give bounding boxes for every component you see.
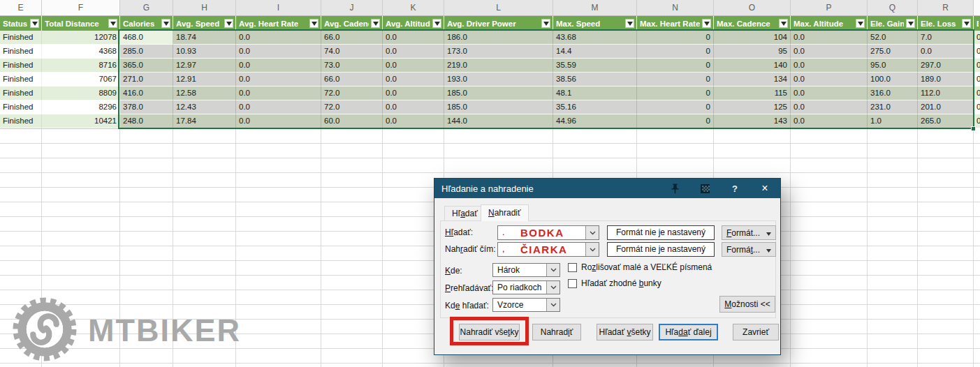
cell-P-row2[interactable]: 0.0 [791, 45, 868, 59]
cell-L-row4[interactable]: 193.0 [444, 73, 553, 87]
cell-G-row3[interactable]: 365.0 [120, 59, 173, 73]
column-header-K[interactable]: Avg. Altitude [383, 16, 444, 31]
cell-N-row1[interactable]: 0 [637, 31, 714, 45]
cell-S-row4[interactable]: 0 [974, 73, 980, 87]
column-letter-G[interactable]: G [120, 0, 173, 16]
cell-M-row7[interactable]: 44.96 [553, 114, 637, 128]
cell-I-row4[interactable]: 0.0 [236, 73, 321, 87]
pin-icon[interactable] [669, 183, 680, 194]
cell-F-row6[interactable]: 8296 [42, 100, 120, 114]
cell-M-row3[interactable]: 35.59 [553, 59, 637, 73]
cell-I-row3[interactable]: 0.0 [236, 59, 321, 73]
cell-K-row7[interactable]: 0.0 [383, 114, 444, 128]
find-what-combobox[interactable]: . BODKA [497, 225, 599, 240]
cell-J-row2[interactable]: 74.0 [321, 45, 383, 59]
replace-all-button[interactable]: Nahradiť všetky [459, 324, 520, 340]
cell-R-row3[interactable]: 297.0 [918, 59, 974, 73]
filter-icon[interactable] [541, 19, 550, 28]
cell-L-row5[interactable]: 185.0 [444, 87, 553, 100]
filter-icon[interactable] [906, 19, 915, 28]
cell-K-row2[interactable]: 0.0 [383, 45, 444, 59]
cell-S-row5[interactable]: 0 [974, 87, 980, 100]
chevron-down-icon[interactable] [546, 281, 560, 294]
cell-H-row1[interactable]: 18.74 [173, 31, 236, 45]
cell-F-row4[interactable]: 7067 [42, 73, 120, 87]
dialog-titlebar[interactable]: Hľadanie a nahradenie [434, 179, 780, 198]
cell-Q-row3[interactable]: 95.0 [868, 59, 918, 73]
cell-N-row5[interactable]: 0 [637, 87, 714, 100]
cell-P-row5[interactable]: 0.0 [791, 87, 868, 100]
replace-with-combobox[interactable]: , ČIARKA [497, 242, 599, 257]
cell-G-row6[interactable]: 378.0 [120, 100, 173, 114]
chevron-down-icon[interactable] [585, 226, 599, 239]
cell-H-row5[interactable]: 12.58 [173, 87, 236, 100]
cell-H-row4[interactable]: 12.91 [173, 73, 236, 87]
column-header-P[interactable]: Max. Altitude [791, 16, 868, 31]
column-header-E[interactable]: Status [0, 16, 42, 31]
filter-icon[interactable] [962, 19, 971, 28]
cell-O-row5[interactable]: 115 [714, 87, 791, 100]
cell-P-row4[interactable]: 0.0 [791, 73, 868, 87]
cell-E-row4[interactable]: Finished [0, 73, 42, 87]
column-letter-H[interactable]: H [173, 0, 236, 16]
cell-F-row2[interactable]: 4368 [42, 45, 120, 59]
cell-N-row3[interactable]: 0 [637, 59, 714, 73]
cell-L-row6[interactable]: 185.0 [444, 100, 553, 114]
cell-M-row1[interactable]: 43.68 [553, 31, 637, 45]
replace-button[interactable]: Nahradiť [532, 324, 581, 340]
cell-P-row3[interactable]: 0.0 [791, 59, 868, 73]
cell-P-row7[interactable]: 0.0 [791, 114, 868, 128]
column-header-F[interactable]: Total Distance [42, 16, 120, 31]
cell-H-row7[interactable]: 17.84 [173, 114, 236, 128]
cell-H-row2[interactable]: 10.93 [173, 45, 236, 59]
checker-icon[interactable] [699, 183, 710, 194]
cell-L-row1[interactable]: 186.0 [444, 31, 553, 45]
column-header-Q[interactable]: Ele. Gain [868, 16, 918, 31]
cell-F-row3[interactable]: 8716 [42, 59, 120, 73]
cell-M-row6[interactable]: 35.16 [553, 100, 637, 114]
cell-Q-row4[interactable]: 100.0 [868, 73, 918, 87]
cell-O-row2[interactable]: 95 [714, 45, 791, 59]
find-format-button[interactable]: Formát... [722, 225, 776, 240]
cell-P-row1[interactable]: 0.0 [791, 31, 868, 45]
cell-K-row3[interactable]: 0.0 [383, 59, 444, 73]
column-letter-O[interactable]: O [714, 0, 791, 16]
chevron-down-icon[interactable] [585, 243, 599, 256]
cell-Q-row6[interactable]: 231.0 [868, 100, 918, 114]
cell-I-row7[interactable]: 0.0 [236, 114, 321, 128]
cell-N-row6[interactable]: 0 [637, 100, 714, 114]
cell-R-row4[interactable]: 189.0 [918, 73, 974, 87]
column-header-I[interactable]: Avg. Heart Rate [236, 16, 321, 31]
column-letter-N[interactable]: N [637, 0, 714, 16]
filter-icon[interactable] [30, 19, 39, 28]
column-header-M[interactable]: Max. Speed [553, 16, 637, 31]
cell-J-row5[interactable]: 72.0 [321, 87, 383, 100]
close-icon[interactable]: × [759, 183, 770, 194]
cell-N-row7[interactable]: 0 [637, 114, 714, 128]
cell-J-row6[interactable]: 72.0 [321, 100, 383, 114]
cell-J-row7[interactable]: 60.0 [321, 114, 383, 128]
filter-icon[interactable] [371, 19, 380, 28]
cell-G-row2[interactable]: 285.0 [120, 45, 173, 59]
column-letter-L[interactable]: L [444, 0, 553, 16]
chevron-down-icon[interactable] [546, 264, 560, 276]
cell-K-row1[interactable]: 0.0 [383, 31, 444, 45]
cell-R-row7[interactable]: 265.0 [918, 114, 974, 128]
filter-icon[interactable] [625, 19, 634, 28]
cell-K-row5[interactable]: 0.0 [383, 87, 444, 100]
filter-icon[interactable] [779, 19, 788, 28]
column-letter-P[interactable]: P [791, 0, 868, 16]
cell-M-row2[interactable]: 14.4 [553, 45, 637, 59]
cell-O-row1[interactable]: 104 [714, 31, 791, 45]
cell-H-row6[interactable]: 12.43 [173, 100, 236, 114]
column-letter-F[interactable]: F [42, 0, 120, 16]
column-header-G[interactable]: Calories [120, 16, 173, 31]
column-letter-E[interactable]: E [0, 0, 42, 16]
cell-G-row4[interactable]: 271.0 [120, 73, 173, 87]
column-header-partial[interactable]: B [974, 16, 980, 31]
cell-E-row1[interactable]: Finished [0, 31, 42, 45]
cell-N-row2[interactable]: 0 [637, 45, 714, 59]
column-header-H[interactable]: Avg. Speed [173, 16, 236, 31]
cell-M-row5[interactable]: 48.1 [553, 87, 637, 100]
cell-K-row6[interactable]: 0.0 [383, 100, 444, 114]
